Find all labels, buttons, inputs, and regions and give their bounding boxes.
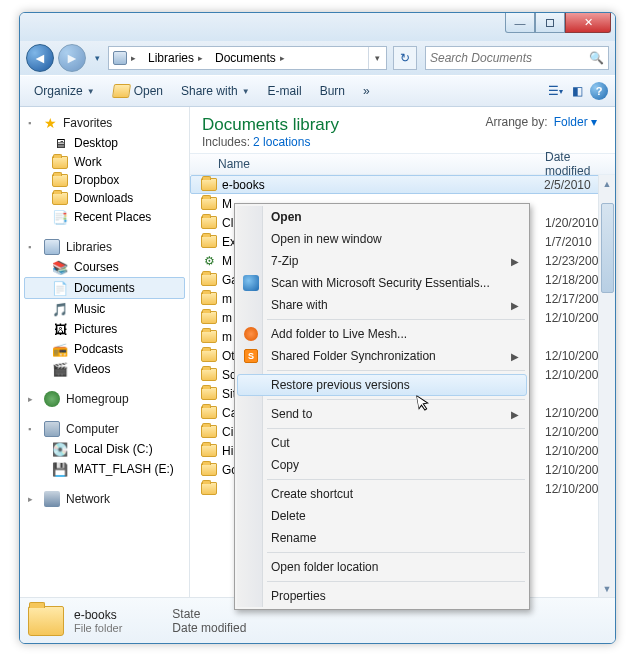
context-menu[interactable]: OpenOpen in new window7-Zip▶Scan with Mi… (234, 203, 530, 610)
folder-icon (200, 444, 218, 457)
nav-dropbox[interactable]: Dropbox (24, 171, 189, 189)
folder-icon (52, 174, 68, 187)
security-icon (243, 275, 259, 291)
maximize-button[interactable] (535, 13, 565, 33)
libraries-header[interactable]: ▪Libraries (24, 237, 189, 257)
column-name[interactable]: Name (218, 157, 545, 171)
menu-item-label: Share with (271, 298, 328, 312)
computer-icon (44, 421, 60, 437)
menu-separator (267, 479, 525, 480)
share-with-button[interactable]: Share with ▼ (173, 80, 258, 102)
address-dropdown[interactable]: ▾ (368, 47, 386, 69)
menu-item-scan-with-microsoft-security-essentials[interactable]: Scan with Microsoft Security Essentials.… (237, 272, 527, 294)
column-headers[interactable]: Name Date modified (190, 153, 615, 175)
menu-item-shared-folder-synchronization[interactable]: SShared Folder Synchronization▶ (237, 345, 527, 367)
scroll-down[interactable]: ▼ (599, 580, 615, 597)
folder-icon (200, 387, 218, 400)
favorites-header[interactable]: ▪★Favorites (24, 113, 189, 133)
menu-item-restore-previous-versions[interactable]: Restore previous versions (237, 374, 527, 396)
menu-item-add-folder-to-live-mesh[interactable]: Add folder to Live Mesh... (237, 323, 527, 345)
help-button[interactable]: ? (589, 81, 609, 101)
nav-videos[interactable]: 🎬Videos (24, 359, 189, 379)
menu-item-label: 7-Zip (271, 254, 298, 268)
menu-item-open-in-new-window[interactable]: Open in new window (237, 228, 527, 250)
menu-item-open-folder-location[interactable]: Open folder location (237, 556, 527, 578)
recent-icon: 📑 (52, 209, 68, 225)
details-type: File folder (74, 622, 122, 634)
star-icon: ★ (44, 115, 57, 131)
menu-item-copy[interactable]: Copy (237, 454, 527, 476)
navigation-pane[interactable]: ▪★Favorites 🖥Desktop Work Dropbox Downlo… (20, 107, 190, 597)
homegroup-header[interactable]: ▸Homegroup (24, 389, 189, 409)
menu-item-label: Scan with Microsoft Security Essentials.… (271, 276, 490, 290)
computer-header[interactable]: ▪Computer (24, 419, 189, 439)
menu-item-7-zip[interactable]: 7-Zip▶ (237, 250, 527, 272)
menu-item-cut[interactable]: Cut (237, 432, 527, 454)
menu-item-label: Shared Folder Synchronization (271, 349, 436, 363)
arrange-by[interactable]: Arrange by: Folder ▾ (485, 115, 597, 129)
submenu-arrow-icon: ▶ (511, 300, 519, 311)
menu-item-label: Properties (271, 589, 326, 603)
scroll-up[interactable]: ▲ (599, 175, 615, 192)
back-button[interactable]: ◄ (26, 44, 54, 72)
minimize-button[interactable]: — (505, 13, 535, 33)
file-row[interactable]: e-books2/5/2010 (190, 175, 615, 194)
column-date[interactable]: Date modified (545, 150, 615, 178)
nav-downloads[interactable]: Downloads (24, 189, 189, 207)
folder-icon (200, 216, 218, 229)
organize-button[interactable]: Organize ▼ (26, 80, 103, 102)
preview-pane-button[interactable]: ◧ (567, 81, 587, 101)
usb-icon: 💾 (52, 461, 68, 477)
nav-pictures[interactable]: 🖼Pictures (24, 319, 189, 339)
nav-courses[interactable]: 📚Courses (24, 257, 189, 277)
network-header[interactable]: ▸Network (24, 489, 189, 509)
folder-icon (200, 482, 218, 495)
nav-desktop[interactable]: 🖥Desktop (24, 133, 189, 153)
crumb-libraries[interactable]: Libraries▸ (142, 47, 209, 69)
menu-item-share-with[interactable]: Share with▶ (237, 294, 527, 316)
view-button[interactable]: ☰▾ (545, 81, 565, 101)
nav-documents[interactable]: 📄Documents (24, 277, 185, 299)
menu-item-rename[interactable]: Rename (237, 527, 527, 549)
menu-item-delete[interactable]: Delete (237, 505, 527, 527)
more-button[interactable]: » (355, 80, 378, 102)
file-name: e-books (218, 178, 544, 192)
menu-item-open[interactable]: Open (237, 206, 527, 228)
nav-podcasts[interactable]: 📻Podcasts (24, 339, 189, 359)
pictures-icon: 🖼 (52, 321, 68, 337)
menu-item-label: Create shortcut (271, 487, 353, 501)
nav-music[interactable]: 🎵Music (24, 299, 189, 319)
open-button[interactable]: Open (105, 80, 171, 102)
menu-separator (267, 428, 525, 429)
refresh-button[interactable]: ↻ (393, 46, 417, 70)
podcasts-icon: 📻 (52, 341, 68, 357)
address-bar[interactable]: ▸ Libraries▸ Documents▸ ▾ (108, 46, 387, 70)
folder-icon (200, 197, 218, 210)
nav-flash-drive[interactable]: 💾MATT_FLASH (E:) (24, 459, 189, 479)
scroll-thumb[interactable] (601, 203, 614, 293)
close-button[interactable]: ✕ (565, 13, 611, 33)
details-name: e-books (74, 608, 122, 622)
search-box[interactable]: 🔍 (425, 46, 609, 70)
network-icon (44, 491, 60, 507)
forward-button[interactable]: ► (58, 44, 86, 72)
libraries-icon (44, 239, 60, 255)
history-dropdown[interactable]: ▾ (90, 48, 104, 68)
folder-icon (200, 178, 218, 191)
menu-item-properties[interactable]: Properties (237, 585, 527, 607)
crumb-documents[interactable]: Documents▸ (209, 47, 291, 69)
nav-recent-places[interactable]: 📑Recent Places (24, 207, 189, 227)
locations-link[interactable]: 2 locations (253, 135, 310, 149)
folder-icon (200, 273, 218, 286)
homegroup-icon (44, 391, 60, 407)
burn-button[interactable]: Burn (312, 80, 353, 102)
vertical-scrollbar[interactable]: ▲ ▼ (598, 175, 615, 597)
search-input[interactable] (430, 51, 589, 65)
menu-item-create-shortcut[interactable]: Create shortcut (237, 483, 527, 505)
nav-local-disk[interactable]: 💽Local Disk (C:) (24, 439, 189, 459)
menu-item-send-to[interactable]: Send to▶ (237, 403, 527, 425)
folder-icon (200, 425, 218, 438)
menu-separator (267, 552, 525, 553)
nav-work[interactable]: Work (24, 153, 189, 171)
email-button[interactable]: E-mail (260, 80, 310, 102)
